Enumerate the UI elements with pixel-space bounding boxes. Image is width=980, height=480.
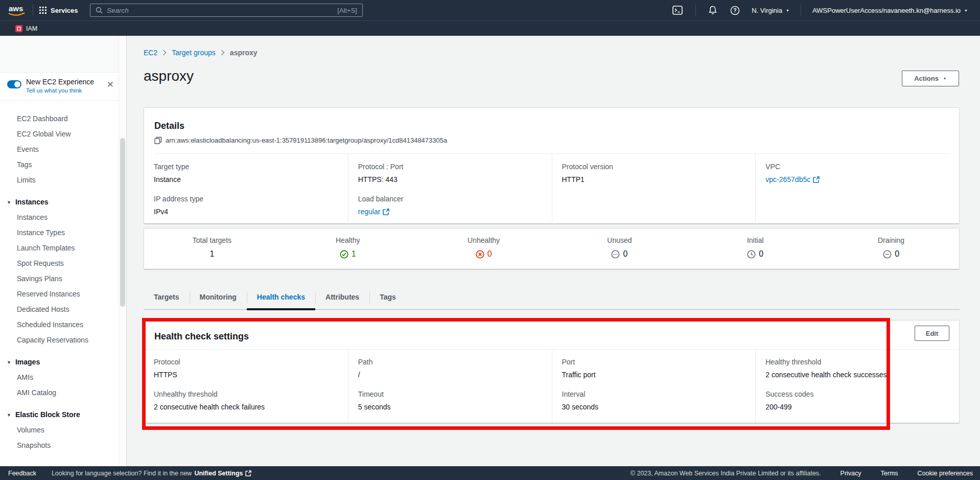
triangle-down-icon: ▼ [7, 195, 11, 210]
sidebar-section-label: Images [15, 358, 40, 366]
language-selection-text: Looking for language selection? Find it … [52, 470, 192, 477]
tab-health-checks[interactable]: Health checks [247, 286, 315, 309]
field-vpc: VPC vpc-2657db5c [765, 162, 949, 184]
sidebar-scrollbar-thumb[interactable] [120, 138, 125, 307]
sidebar-item-tags[interactable]: Tags [0, 157, 126, 172]
breadcrumb: EC2 Target groups asproxy [144, 49, 258, 57]
field-value: HTTPS: 443 [358, 175, 542, 184]
field-protocol-port: Protocol : Port HTTPS: 443 [358, 162, 542, 184]
sidebar-item-volumes[interactable]: Volumes [0, 422, 126, 438]
details-heading: Details [154, 120, 949, 131]
arn-row: arn:aws:elasticloadbalancing:us-east-1:3… [154, 136, 949, 144]
breadcrumb-ec2[interactable]: EC2 [144, 49, 157, 57]
health-check-column-3: Port Traffic port Interval 30 seconds [552, 350, 756, 423]
target-group-tabs: Targets Monitoring Health checks Attribu… [144, 286, 960, 310]
edit-button[interactable]: Edit [915, 326, 949, 341]
privacy-link[interactable]: Privacy [841, 470, 861, 477]
notifications-button[interactable] [702, 0, 724, 20]
details-column-3: Protocol version HTTP1 [552, 154, 756, 224]
sidebar-item-ec2-dashboard[interactable]: EC2 Dashboard [0, 111, 126, 126]
chevron-right-icon [221, 50, 225, 56]
sidebar-item-instance-types[interactable]: Instance Types [0, 225, 126, 240]
bell-icon [709, 6, 717, 15]
aws-ec2-console: aws Services [Alt+S] [0, 0, 980, 480]
services-menu-button[interactable]: Services [39, 7, 78, 14]
sidebar-item-events[interactable]: Events [0, 142, 126, 157]
sidebar-item-ami-catalog[interactable]: AMI Catalog [0, 385, 126, 400]
load-balancer-link[interactable]: regular [358, 207, 390, 216]
target-group-arn: arn:aws:elasticloadbalancing:us-east-1:3… [166, 136, 447, 144]
details-column-2: Protocol : Port HTTPS: 443 Load balancer… [348, 154, 552, 224]
sidebar-scrollbar-track[interactable] [119, 36, 126, 466]
unified-settings-link[interactable]: Unified Settings [194, 470, 251, 477]
field-label: Interval [562, 390, 746, 399]
details-header: Details arn:aws:elasticloadbalancing:us-… [144, 108, 959, 154]
new-experience-toggle[interactable] [7, 80, 21, 88]
field-value: IPv4 [154, 207, 338, 216]
console-footer: Feedback Looking for language selection?… [0, 466, 980, 480]
search-input[interactable] [107, 7, 337, 14]
chevron-right-icon [162, 50, 167, 56]
sidebar-section-label: Elastic Block Store [15, 410, 80, 419]
tab-tags[interactable]: Tags [369, 286, 406, 309]
favorites-shortcut-bar: IAM [0, 20, 980, 36]
region-selector[interactable]: N. Virginia ▼ [746, 7, 795, 14]
global-search-box[interactable]: [Alt+S] [90, 4, 363, 17]
health-check-column-4: Healthy threshold 2 consecutive health c… [755, 350, 959, 423]
tab-monitoring[interactable]: Monitoring [190, 286, 247, 309]
stat-label: Draining [823, 236, 959, 245]
breadcrumb-current: asproxy [230, 49, 258, 57]
stat-unhealthy: Unhealthy 0 [416, 228, 552, 269]
sidebar-item-reserved-instances[interactable]: Reserved Instances [0, 286, 126, 302]
field-port: Port Traffic port [562, 357, 746, 379]
sidebar-section-images[interactable]: ▼Images [0, 354, 126, 370]
sidebar-item-amis[interactable]: AMIs [0, 370, 126, 385]
sidebar-item-dedicated-hosts[interactable]: Dedicated Hosts [0, 302, 126, 317]
sidebar-item-savings-plans[interactable]: Savings Plans [0, 271, 126, 286]
cookie-preferences-link[interactable]: Cookie preferences [918, 470, 973, 477]
sidebar-item-scheduled-instances[interactable]: Scheduled Instances [0, 317, 126, 332]
tab-attributes[interactable]: Attributes [315, 286, 369, 309]
iam-shortcut[interactable]: IAM [15, 25, 37, 32]
terms-link[interactable]: Terms [881, 470, 898, 477]
field-label: Port [562, 357, 746, 367]
cloudshell-button[interactable] [666, 0, 689, 20]
tab-targets[interactable]: Targets [144, 286, 190, 309]
clock-circle-icon [747, 250, 756, 259]
services-label: Services [51, 7, 78, 14]
help-icon: ? [730, 6, 740, 15]
tell-us-link[interactable]: Tell us what you think [26, 87, 82, 94]
aws-logo[interactable]: aws [7, 4, 27, 17]
field-value: / [358, 370, 542, 379]
sidebar-section-elastic-block-store[interactable]: ▼Elastic Block Store [0, 407, 126, 422]
account-menu[interactable]: AWSPowerUserAccess/navaneeth.kn@harness.… [807, 7, 973, 14]
sidebar-item-instances[interactable]: Instances [0, 210, 126, 225]
vpc-link[interactable]: vpc-2657db5c [765, 175, 820, 184]
stat-value: 0 [895, 249, 899, 259]
sidebar-item-ec2-global-view[interactable]: EC2 Global View [0, 126, 126, 142]
iam-service-icon [15, 25, 22, 32]
load-balancer-link-label: regular [358, 207, 381, 216]
field-label: VPC [765, 162, 949, 171]
close-icon[interactable]: ✕ [107, 80, 114, 89]
svg-text:?: ? [733, 7, 736, 13]
sidebar-item-spot-requests[interactable]: Spot Requests [0, 256, 126, 271]
x-circle-icon [476, 250, 484, 259]
search-icon [96, 7, 103, 14]
actions-button[interactable]: Actions ▼ [902, 71, 959, 86]
chevron-down-icon: ▼ [786, 9, 789, 12]
sidebar-item-capacity-reservations[interactable]: Capacity Reservations [0, 332, 126, 348]
sidebar-section-instances[interactable]: ▼Instances [0, 194, 126, 210]
field-ip-address-type: IP address type IPv4 [154, 194, 338, 216]
sidebar-item-limits[interactable]: Limits [0, 172, 126, 188]
breadcrumb-target-groups[interactable]: Target groups [172, 49, 216, 57]
svg-text:aws: aws [9, 4, 23, 13]
field-success-codes: Success codes 200-499 [765, 390, 949, 412]
topbar-divider [695, 5, 696, 16]
field-value: Traffic port [562, 370, 746, 379]
sidebar-item-launch-templates[interactable]: Launch Templates [0, 240, 126, 256]
copy-icon[interactable] [154, 136, 162, 144]
sidebar-item-snapshots[interactable]: Snapshots [0, 438, 126, 453]
feedback-button[interactable]: Feedback [8, 470, 36, 477]
help-button[interactable]: ? [724, 0, 746, 20]
